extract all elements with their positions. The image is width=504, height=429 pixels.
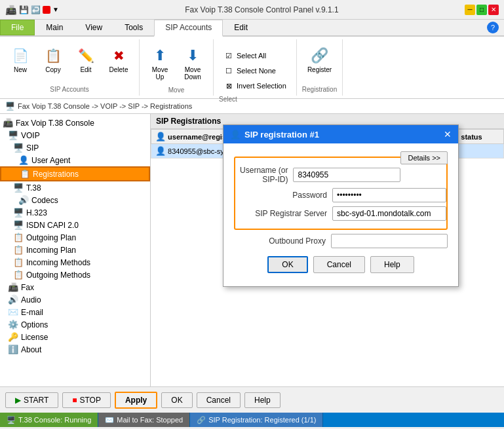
ribbon: 📄 New 📋 Copy ✏️ Edit ✖ Delete SIP Accoun… (0, 37, 504, 99)
tree-item-isdn[interactable]: 🖥️ ISDN CAPI 2.0 (0, 219, 150, 231)
voip-label: VOIP (21, 131, 40, 140)
minimize-button[interactable]: ─ (465, 5, 475, 15)
dialog-close-button[interactable]: ✕ (444, 129, 452, 140)
user-agent-label: User Agent (31, 156, 70, 165)
tree-item-codecs[interactable]: 🔊 Codecs (0, 194, 150, 206)
copy-icon: 📋 (43, 45, 64, 66)
registration-label: Registration (302, 83, 337, 93)
invert-selection-button[interactable]: ⊠ Invert Selection (219, 79, 291, 93)
app-title: Fax Voip T.38 Console Control Panel v.9.… (59, 5, 465, 14)
fax-icon: 📠 (8, 282, 18, 292)
apply-label: Apply (125, 396, 147, 405)
codecs-icon: 🔊 (18, 195, 29, 205)
username-label: Username (or SIP-ID) (235, 166, 288, 184)
cancel-bottom-label: Cancel (206, 396, 231, 405)
outbound-proxy-input[interactable] (331, 234, 448, 248)
tree-item-outgoing-methods[interactable]: 📋 Outgoing Methods (0, 269, 150, 281)
tree-item-t38[interactable]: 🖥️ T.38 (0, 181, 150, 194)
help-bottom-button[interactable]: Help (244, 392, 281, 408)
tree-item-email[interactable]: ✉️ E-mail (0, 306, 150, 318)
edit-icon: ✏️ (75, 45, 96, 66)
tree-item-h323[interactable]: 🖥️ H.323 (0, 206, 150, 219)
tree-item-audio[interactable]: 🔊 Audio (0, 293, 150, 306)
tree-item-user-agent[interactable]: 👤 User Agent (0, 154, 150, 166)
new-button[interactable]: 📄 New (5, 42, 35, 77)
root-icon: 📠 (3, 118, 13, 128)
tree-item-incoming-plan[interactable]: 📋 Incoming Plan (0, 244, 150, 256)
details-button[interactable]: Details >> (400, 151, 448, 164)
ok-bottom-button[interactable]: OK (161, 392, 192, 408)
cancel-bottom-button[interactable]: Cancel (197, 392, 241, 408)
window-controls: ─ □ ✕ (465, 5, 499, 15)
tree-item-registrations[interactable]: 📋 Registrations (0, 166, 150, 181)
tab-main[interactable]: Main (35, 20, 74, 35)
sip-label: SIP (26, 143, 39, 153)
password-input[interactable] (332, 188, 446, 202)
tab-view[interactable]: View (74, 20, 113, 35)
password-label: Password (235, 191, 327, 200)
select-none-button[interactable]: ☐ Select None (219, 64, 291, 78)
tree-item-voip[interactable]: 🖥️ VOIP (0, 129, 150, 141)
mail-status-icon: ✉️ (105, 416, 114, 424)
dialog-ok-button[interactable]: OK (267, 256, 307, 273)
dialog-help-button[interactable]: Help (370, 256, 414, 273)
ribbon-group-registration: 🔗 Register Registration (297, 39, 343, 96)
tb-save-icon[interactable]: 💾 (19, 5, 29, 14)
tab-file[interactable]: File (0, 20, 35, 35)
tb-red-icon[interactable] (43, 6, 50, 14)
copy-button[interactable]: 📋 Copy (38, 42, 68, 77)
tab-tools[interactable]: Tools (113, 20, 154, 35)
incoming-plan-icon: 📋 (13, 245, 24, 255)
incoming-methods-label: Incoming Methods (26, 258, 90, 267)
username-row: Username (or SIP-ID) (235, 166, 400, 184)
username-input[interactable] (293, 168, 400, 182)
tree-item-options[interactable]: ⚙️ Options (0, 318, 150, 331)
tb-undo-icon[interactable]: ↩️ (31, 5, 41, 14)
help-bottom-label: Help (254, 396, 271, 405)
tree-item-incoming-methods[interactable]: 📋 Incoming Methods (0, 256, 150, 269)
t38-icon: 🖥️ (13, 183, 24, 193)
breadcrumb-text: Fax Voip T.38 Console -> VOIP -> SIP -> … (18, 102, 192, 110)
select-all-icon: ☑ (223, 50, 234, 61)
h323-label: H.323 (26, 208, 47, 217)
copy-label: Copy (45, 66, 60, 73)
select-all-button[interactable]: ☑ Select All (219, 48, 291, 63)
start-button[interactable]: ▶ START (5, 392, 58, 408)
tab-edit[interactable]: Edit (223, 20, 259, 35)
h323-icon: 🖥️ (13, 208, 24, 217)
move-down-icon: ⬇ (182, 45, 203, 66)
audio-icon: 🔊 (8, 295, 18, 305)
close-button[interactable]: ✕ (488, 5, 499, 15)
stop-button[interactable]: ■ STOP (62, 392, 111, 408)
status-bar: 🖥️ T.38 Console: Running ✉️ Mail to Fax:… (0, 413, 504, 427)
ribbon-registration-buttons: 🔗 Register (303, 42, 336, 83)
tb-dropdown-icon[interactable]: ▼ (52, 6, 59, 13)
help-icon[interactable]: ? (487, 22, 499, 33)
maximize-button[interactable]: □ (476, 5, 487, 15)
tree-item-about[interactable]: ℹ️ About (0, 343, 150, 356)
dialog-cancel-button[interactable]: Cancel (313, 256, 365, 273)
delete-icon: ✖ (108, 45, 129, 66)
bottom-toolbar: ▶ START ■ STOP Apply OK Cancel Help (0, 386, 504, 413)
outgoing-plan-label: Outgoing Plan (26, 233, 76, 242)
tree-item-root[interactable]: 📠 Fax Voip T.38 Console (0, 117, 150, 129)
apply-button[interactable]: Apply (115, 392, 157, 409)
breadcrumb: 🖥️ Fax Voip T.38 Console -> VOIP -> SIP … (0, 99, 504, 114)
tree-item-fax[interactable]: 📠 Fax (0, 281, 150, 293)
sip-server-input[interactable] (332, 206, 446, 221)
sip-icon: 🖥️ (13, 143, 24, 153)
sip-status-icon: 🔗 (197, 416, 206, 424)
move-down-button[interactable]: ⬇ MoveDown (178, 42, 208, 84)
move-up-button[interactable]: ⬆ MoveUp (145, 42, 175, 84)
tree-item-license[interactable]: 🔑 License (0, 331, 150, 343)
delete-button[interactable]: ✖ Delete (104, 42, 134, 77)
tree-item-sip[interactable]: 🖥️ SIP (0, 141, 150, 154)
tree-item-outgoing-plan[interactable]: 📋 Outgoing Plan (0, 231, 150, 244)
audio-label: Audio (21, 295, 41, 305)
edit-button[interactable]: ✏️ Edit (71, 42, 101, 77)
outgoing-methods-icon: 📋 (13, 270, 24, 280)
breadcrumb-icon: 🖥️ (5, 102, 15, 111)
register-icon: 🔗 (309, 45, 330, 66)
register-button[interactable]: 🔗 Register (303, 42, 336, 77)
tab-sip-accounts[interactable]: SIP Accounts (154, 20, 223, 37)
